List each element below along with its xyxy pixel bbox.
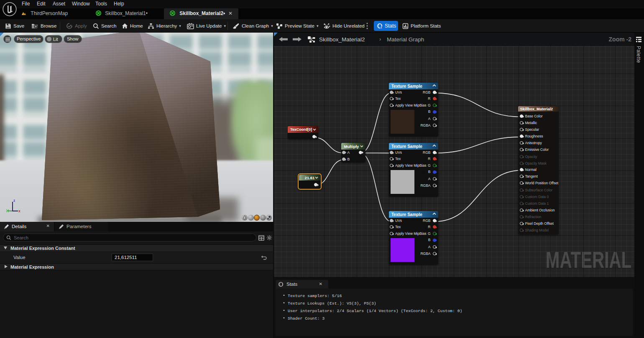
svg-text:x: x (18, 209, 20, 213)
svg-text:1: 1 (381, 26, 382, 29)
svg-text:z: z (13, 199, 15, 203)
